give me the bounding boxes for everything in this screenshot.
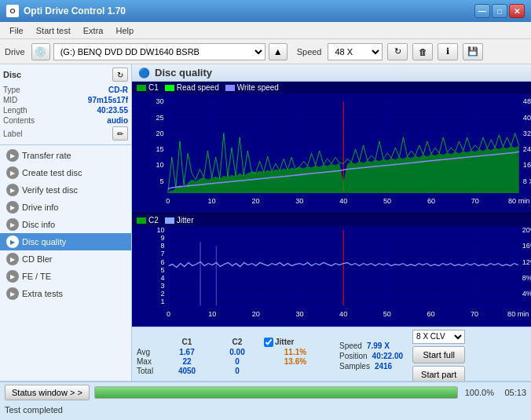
close-button[interactable]: ✕: [509, 4, 525, 18]
total-jitter-empty: [264, 367, 327, 375]
drive-info-icon: ▶: [6, 201, 19, 214]
app-title: Opti Drive Control 1.70: [24, 5, 474, 16]
svg-text:16%: 16%: [522, 243, 531, 250]
sidebar: Disc ↻ Type CD-R MID 97m15s17f Length 40…: [0, 64, 132, 381]
nav-label-disc-info: Disc info: [22, 220, 55, 229]
svg-text:15: 15: [156, 145, 163, 153]
contents-value: audio: [107, 116, 128, 125]
c2-chart-panel: C2 Jitter: [132, 214, 531, 326]
c2-chart-svg: 10 9 8 7 6 5 4 3 2 1 20% 16% 12% 8% 4%: [132, 226, 531, 321]
maximize-button[interactable]: □: [492, 4, 507, 18]
nav-item-transfer-rate[interactable]: ▶ Transfer rate: [0, 147, 131, 164]
refresh-button[interactable]: ↻: [387, 43, 408, 60]
svg-text:6: 6: [160, 258, 164, 266]
svg-text:9: 9: [160, 235, 164, 243]
nav-item-drive-info[interactable]: ▶ Drive info: [0, 199, 131, 216]
jitter-color-box: [165, 217, 174, 224]
progress-text: 100.0%: [463, 388, 494, 397]
svg-text:2: 2: [160, 290, 164, 298]
svg-text:10: 10: [208, 311, 216, 319]
save-button[interactable]: 💾: [463, 43, 483, 60]
menu-help[interactable]: Help: [109, 24, 140, 37]
status-window-button[interactable]: Status window > >: [5, 385, 90, 400]
length-value: 40:23.55: [97, 106, 128, 115]
nav-item-disc-quality[interactable]: ▶ Disc quality: [0, 233, 131, 250]
svg-text:24 X: 24 X: [523, 145, 531, 153]
position-label: Position: [339, 352, 368, 360]
eject-button[interactable]: ▲: [269, 43, 287, 60]
nav-item-verify-test-disc[interactable]: ▶ Verify test disc: [0, 181, 131, 199]
svg-text:4: 4: [160, 274, 164, 282]
svg-text:8 X: 8 X: [523, 177, 531, 185]
svg-text:50: 50: [383, 197, 391, 205]
svg-text:4%: 4%: [522, 290, 531, 298]
nav-item-create-test-disc[interactable]: ▶ Create test disc: [0, 164, 131, 181]
app-icon: O: [6, 5, 19, 17]
svg-rect-39: [137, 226, 526, 321]
main-content: Disc ↻ Type CD-R MID 97m15s17f Length 40…: [0, 64, 531, 381]
disc-section: Disc ↻ Type CD-R MID 97m15s17f Length 40…: [0, 64, 131, 145]
disc-info-icon: ▶: [6, 218, 19, 231]
disc-refresh-button[interactable]: ↻: [112, 68, 128, 82]
type-label: Type: [3, 86, 20, 94]
svg-text:5: 5: [160, 177, 164, 185]
window-controls: — □ ✕: [474, 4, 525, 18]
speed-info: Speed 7.99 X Position 40:22.00 Samples 2…: [339, 341, 403, 371]
clv-select[interactable]: 8 X CLV: [412, 330, 465, 344]
nav-item-cd-bler[interactable]: ▶ CD Bler: [0, 250, 131, 268]
chart-area: 🔵 Disc quality C1 Read speed: [132, 64, 531, 381]
menu-start-test[interactable]: Start test: [30, 24, 77, 37]
svg-text:10: 10: [208, 197, 216, 205]
svg-text:40 X: 40 X: [523, 114, 531, 122]
svg-text:80 min: 80 min: [508, 197, 529, 205]
svg-text:48 X: 48 X: [523, 97, 531, 105]
svg-text:30: 30: [295, 197, 303, 205]
speed-select[interactable]: 48 X: [328, 43, 383, 60]
svg-text:20: 20: [251, 197, 259, 205]
menu-bar: File Start test Extra Help: [0, 22, 531, 39]
extra-tests-icon: ▶: [6, 287, 19, 300]
svg-text:20: 20: [252, 311, 260, 319]
menu-extra[interactable]: Extra: [77, 24, 110, 37]
stats-table: C1 C2 Jitter Avg 1.67 0.00 11.1% Max 22 …: [137, 338, 327, 375]
nav-label-fe-te: FE / TE: [22, 272, 51, 281]
nav-label-drive-info: Drive info: [22, 203, 58, 212]
label-edit-button[interactable]: ✏: [112, 126, 128, 141]
start-full-button[interactable]: Start full: [412, 346, 465, 363]
svg-text:3: 3: [160, 282, 164, 290]
start-part-button[interactable]: Start part: [412, 366, 465, 381]
svg-text:40: 40: [339, 311, 347, 319]
max-label: Max: [137, 357, 160, 366]
c1-label: C1: [148, 83, 159, 92]
nav-label-transfer-rate: Transfer rate: [22, 151, 71, 160]
info-button[interactable]: ℹ: [438, 43, 458, 60]
drive-label: Drive: [5, 47, 25, 57]
position-value: 40:22.00: [372, 352, 403, 360]
label-label: Label: [3, 130, 22, 138]
nav-item-extra-tests[interactable]: ▶ Extra tests: [0, 285, 131, 302]
menu-file[interactable]: File: [3, 24, 30, 37]
samples-value: 2416: [375, 362, 392, 371]
chart-header-icon: 🔵: [138, 68, 150, 79]
charts-container: C1 Read speed Write speed: [132, 82, 531, 327]
jitter-checkbox[interactable]: [264, 338, 273, 347]
minimize-button[interactable]: —: [474, 4, 490, 18]
nav-item-disc-info[interactable]: ▶ Disc info: [0, 216, 131, 233]
type-value: CD-R: [108, 86, 128, 94]
nav-item-fe-te[interactable]: ▶ FE / TE: [0, 268, 131, 285]
drive-select[interactable]: (G:) BENQ DVD DD DW1640 BSRB: [53, 43, 266, 60]
svg-text:10: 10: [156, 161, 163, 169]
svg-text:0: 0: [167, 311, 170, 319]
c2-header: C2: [214, 338, 261, 347]
erase-button[interactable]: 🗑: [412, 43, 433, 60]
jitter-header: Jitter: [275, 338, 294, 346]
c2-color-box: [137, 217, 146, 224]
c2-legend: C2 Jitter: [132, 214, 531, 226]
svg-text:80 min: 80 min: [507, 311, 529, 319]
svg-text:0: 0: [166, 197, 170, 205]
disc-title: Disc: [3, 70, 21, 79]
read-speed-color-box: [165, 85, 174, 91]
write-speed-label: Write speed: [237, 83, 279, 92]
jitter-label: Jitter: [177, 216, 194, 225]
svg-text:70: 70: [471, 311, 478, 319]
